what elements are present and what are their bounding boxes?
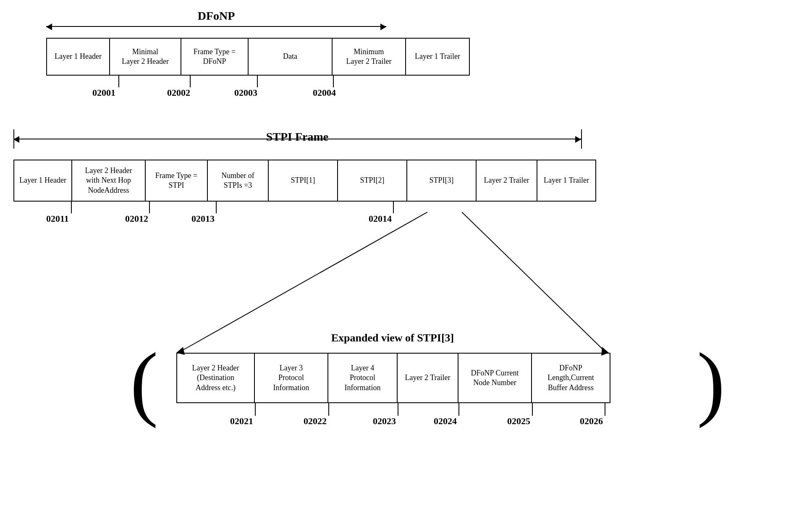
expanded-label: Expanded view of STPI[3] bbox=[176, 332, 609, 344]
tick-02003 bbox=[257, 76, 258, 87]
row2-cell-frame-type-stpi: Frame Type = STPI bbox=[146, 160, 208, 201]
row1-cell-frame-type-dfon: Frame Type = DFoNP bbox=[181, 39, 249, 75]
ref-02002: 02002 bbox=[167, 87, 190, 98]
stpi-label: STPI Frame bbox=[13, 130, 581, 144]
ref-02004: 02004 bbox=[313, 87, 336, 98]
row2-cell-stpi1: STPI[1] bbox=[269, 160, 338, 201]
row3-cell-dfon-node-num: DFoNP Current Node Number bbox=[458, 354, 532, 402]
row2-cell-layer1-header: Layer 1 Header bbox=[14, 160, 72, 201]
svg-line-0 bbox=[180, 212, 427, 352]
svg-line-2 bbox=[462, 212, 605, 352]
row3-cell-dfon-length: DFoNP Length,Current Buffer Address bbox=[532, 354, 610, 402]
tick-02013 bbox=[216, 202, 217, 213]
dfon-arrow-left bbox=[46, 24, 52, 30]
paren-right: ) bbox=[697, 340, 725, 424]
tick-02026 bbox=[605, 403, 605, 416]
row2-cell-stpi2: STPI[2] bbox=[338, 160, 407, 201]
ref-02013: 02013 bbox=[191, 213, 215, 224]
row1-cell-data: Data bbox=[249, 39, 333, 75]
row2-cell-stpi3: STPI[3] bbox=[407, 160, 477, 201]
ref-02022: 02022 bbox=[304, 416, 327, 427]
tick-02004 bbox=[333, 76, 334, 87]
tick-02012 bbox=[149, 202, 150, 213]
tick-02021 bbox=[255, 403, 256, 416]
ref-02014: 02014 bbox=[369, 213, 392, 224]
row2-cell-layer2-header-nexthop: Layer 2 Header with Next Hop NodeAddress bbox=[72, 160, 146, 201]
row2-cell-layer2-trailer: Layer 2 Trailer bbox=[477, 160, 537, 201]
row1-cell-layer1-trailer: Layer 1 Trailer bbox=[406, 39, 469, 75]
row3-cell-layer3-proto: Layer 3 Protocol Information bbox=[255, 354, 328, 402]
ref-02011: 02011 bbox=[46, 213, 69, 224]
row3-cell-layer2-header-dest: Layer 2 Header (Destination Address etc.… bbox=[177, 354, 255, 402]
ref-02025: 02025 bbox=[507, 416, 530, 427]
tick-02014 bbox=[393, 202, 394, 213]
dfon-label: DFoNP bbox=[46, 9, 386, 23]
tick-02024 bbox=[458, 403, 459, 416]
ref-02021: 02021 bbox=[230, 416, 253, 427]
ref-02012: 02012 bbox=[125, 213, 148, 224]
tick-02023 bbox=[398, 403, 398, 416]
diagram: DFoNP Layer 1 Header Minimal Layer 2 Hea… bbox=[0, 0, 812, 522]
row2-cell-number-stpis: Number of STPIs =3 bbox=[208, 160, 269, 201]
tick-02002 bbox=[190, 76, 191, 87]
row1-frame: Layer 1 Header Minimal Layer 2 Header Fr… bbox=[46, 38, 470, 76]
tick-02025 bbox=[532, 403, 533, 416]
row2-cell-layer1-trailer: Layer 1 Trailer bbox=[537, 160, 595, 201]
ref-02001: 02001 bbox=[92, 87, 115, 98]
connector-lines bbox=[0, 0, 812, 522]
ref-02003: 02003 bbox=[234, 87, 257, 98]
row3-frame: Layer 2 Header (Destination Address etc.… bbox=[176, 353, 610, 403]
tick-02011 bbox=[71, 202, 72, 213]
row2-frame: Layer 1 Header Layer 2 Header with Next … bbox=[13, 160, 596, 202]
paren-left: ( bbox=[130, 340, 158, 424]
tick-02001 bbox=[118, 76, 119, 87]
row1-cell-min-layer2-trailer: Minimum Layer 2 Trailer bbox=[333, 39, 406, 75]
ref-02023: 02023 bbox=[373, 416, 396, 427]
dfon-arrow-line bbox=[46, 26, 386, 27]
row1-cell-minimal-layer2: Minimal Layer 2 Header bbox=[110, 39, 181, 75]
ref-02026: 02026 bbox=[580, 416, 603, 427]
stpi-right-tick bbox=[581, 129, 582, 149]
row3-cell-layer4-proto: Layer 4 Protocol Information bbox=[328, 354, 398, 402]
row1-cell-layer1-header: Layer 1 Header bbox=[47, 39, 110, 75]
ref-02024: 02024 bbox=[434, 416, 457, 427]
row3-cell-layer2-trailer: Layer 2 Trailer bbox=[398, 354, 458, 402]
dfon-arrow-right bbox=[380, 24, 386, 30]
tick-02022 bbox=[328, 403, 329, 416]
